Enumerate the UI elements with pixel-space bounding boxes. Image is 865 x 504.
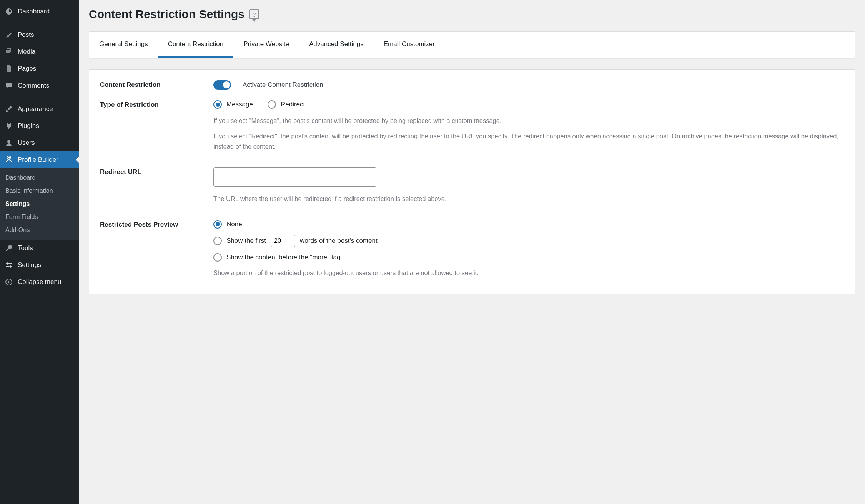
radio-icon [213,237,222,245]
settings-tabs: General Settings Content Restriction Pri… [89,32,855,58]
radio-label: Message [226,101,253,108]
sliders-icon [5,261,13,269]
input-first-words-count[interactable] [271,235,295,247]
sidebar-item-label: Users [18,139,35,147]
page-title-text: Content Restriction Settings [89,8,245,21]
row-content-restriction: Content Restriction Activate Content Res… [100,80,844,90]
radio-option-redirect[interactable]: Redirect [268,100,305,109]
user-icon [5,139,13,147]
radio-option-preview-none[interactable]: None [213,220,844,229]
sidebar-item-plugins[interactable]: Plugins [0,118,79,134]
description-preview: Show a portion of the restricted post to… [213,268,844,278]
sidebar-item-comments[interactable]: Comments [0,77,79,94]
radio-icon [213,100,222,109]
tab-content-restriction[interactable]: Content Restriction [158,32,234,58]
submenu-item-basic-information[interactable]: Basic Information [0,184,79,197]
media-icon [5,48,13,56]
sidebar-item-appearance[interactable]: Appearance [0,101,79,118]
profile-builder-icon [5,156,13,164]
pages-icon [5,65,13,73]
pin-icon [5,31,13,39]
input-redirect-url[interactable] [213,167,376,187]
radio-option-preview-first-words[interactable]: Show the first words of the post's conte… [213,235,844,247]
label-redirect-url: Redirect URL [100,167,213,209]
row-type-of-restriction: Type of Restriction Message Redirect If … [100,100,844,157]
sidebar-item-users[interactable]: Users [0,134,79,151]
submenu-item-settings[interactable]: Settings [0,197,79,211]
label-type-of-restriction: Type of Restriction [100,100,213,157]
main-content: Content Restriction Settings ? General S… [79,0,865,504]
submenu-item-add-ons[interactable]: Add-Ons [0,224,79,237]
radio-option-message[interactable]: Message [213,100,253,109]
sidebar-item-posts[interactable]: Posts [0,27,79,43]
sidebar-item-label: Dashboard [18,8,50,15]
brush-icon [5,105,13,113]
sidebar-item-tools[interactable]: Tools [0,240,79,257]
sidebar-item-label: Collapse menu [18,278,61,286]
radio-label: Redirect [281,101,305,108]
radio-option-preview-more-tag[interactable]: Show the content before the "more" tag [213,253,844,262]
sidebar-item-dashboard[interactable]: Dashboard [0,3,79,20]
radio-icon [268,100,276,109]
comment-icon [5,81,13,90]
description-redirect-url: The URL where the user will be redirecte… [213,194,844,204]
sidebar-item-label: Media [18,48,35,56]
toggle-activate-content-restriction[interactable] [213,80,231,90]
radio-icon [213,220,222,229]
sidebar-item-label: Plugins [18,122,39,130]
row-restricted-posts-preview: Restricted Posts Preview None Show the f… [100,220,844,283]
toggle-knob [223,81,230,88]
dashboard-icon [5,7,13,16]
tab-private-website[interactable]: Private Website [233,32,299,58]
tab-advanced-settings[interactable]: Advanced Settings [299,32,374,58]
label-restricted-posts-preview: Restricted Posts Preview [100,220,213,283]
sidebar-item-label: Tools [18,244,33,252]
sidebar-item-media[interactable]: Media [0,43,79,60]
help-icon[interactable]: ? [249,9,259,19]
sidebar-item-label: Posts [18,31,34,39]
description-redirect: If you select "Redirect", the post's con… [213,131,844,151]
collapse-icon [5,278,13,286]
sidebar-item-pages[interactable]: Pages [0,60,79,77]
wrench-icon [5,244,13,252]
radio-icon [213,253,222,262]
sidebar-submenu: Dashboard Basic Information Settings For… [0,168,79,240]
sidebar-item-collapse[interactable]: Collapse menu [0,274,79,290]
radio-label-pre: Show the first [226,237,266,245]
svg-point-0 [7,157,8,158]
sidebar-item-label: Settings [18,261,41,269]
settings-panel: Content Restriction Activate Content Res… [89,69,855,294]
svg-point-1 [9,157,11,158]
page-title: Content Restriction Settings ? [89,8,855,21]
sidebar-item-label: Pages [18,65,36,73]
sidebar-item-label: Appearance [18,105,53,113]
admin-sidebar: Dashboard Posts Media Pages Comments App… [0,0,79,504]
row-redirect-url: Redirect URL The URL where the user will… [100,167,844,209]
sidebar-item-label: Comments [18,82,49,90]
plug-icon [5,122,13,130]
svg-point-2 [6,279,12,285]
tab-email-customizer[interactable]: Email Customizer [374,32,445,58]
sidebar-item-label: Profile Builder [18,156,58,164]
sidebar-item-profile-builder[interactable]: Profile Builder [0,151,79,168]
radio-label: Show the content before the "more" tag [226,254,341,261]
radio-label-post: words of the post's content [300,237,378,245]
submenu-item-form-fields[interactable]: Form Fields [0,211,79,224]
radio-label: None [226,220,242,228]
tab-general-settings[interactable]: General Settings [89,32,158,58]
toggle-label: Activate Content Restriction. [243,81,325,89]
sidebar-item-settings[interactable]: Settings [0,257,79,274]
label-content-restriction: Content Restriction [100,80,213,90]
submenu-item-dashboard[interactable]: Dashboard [0,171,79,184]
description-message: If you select "Message", the post's cont… [213,116,844,126]
